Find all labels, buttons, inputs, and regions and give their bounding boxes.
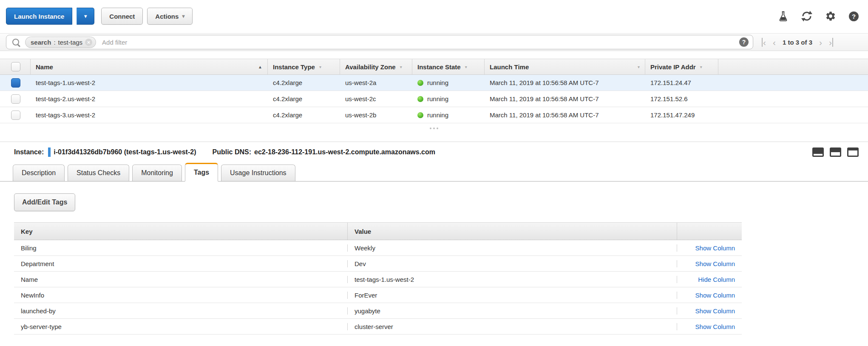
tags-table: Key Value Biling Weekly Show Column Depa… [14,222,742,335]
tag-value: test-tags-1.us-west-2 [348,276,677,283]
select-all-checkbox[interactable] [11,62,20,71]
cell-availability-zone: us-west-2c [340,95,412,102]
sort-asc-icon: ▲ [258,65,262,69]
cell-availability-zone: us-west-2a [340,79,412,86]
tag-key: launched-by [14,307,348,315]
table-row[interactable]: test-tags-1.us-west-2 c4.2xlarge us-west… [0,75,868,91]
launch-instance-split-button: Launch Instance ▾ [6,8,94,25]
cell-launch-time: March 11, 2019 at 10:56:58 AM UTC-7 [485,111,645,119]
refresh-icon[interactable] [801,11,812,22]
tag-row: Biling Weekly Show Column [14,240,742,256]
tags-tab-content: Add/Edit Tags Key Value Biling Weekly Sh… [0,182,868,335]
table-row[interactable]: test-tags-2.us-west-2 c4.2xlarge us-west… [0,91,868,107]
pagination-label: 1 to 3 of 3 [783,39,812,46]
status-label: running [427,111,448,119]
tag-row: NewInfo ForEver Show Column [14,287,742,303]
cell-availability-zone: us-west-2b [340,111,412,119]
show-column-link[interactable]: Show Column [695,323,735,330]
tag-row: Department Dev Show Column [14,256,742,272]
pagination-prev-button[interactable]: ‹ [773,38,776,47]
show-column-link[interactable]: Show Column [695,292,735,299]
instances-table: Name ▲ Instance Type ▾ Availability Zone… [0,59,868,123]
public-dns-group: Public DNS: ec2-18-236-112-191.us-west-2… [212,148,435,156]
tag-key: Biling [14,244,348,252]
detail-tabs: Description Status Checks Monitoring Tag… [0,163,868,182]
tab-monitoring[interactable]: Monitoring [132,164,182,181]
cell-instance-state: running [412,79,485,86]
tags-table-header: Key Value [14,222,742,240]
cell-instance-type: c4.2xlarge [268,79,340,86]
hide-column-link[interactable]: Hide Column [698,276,735,283]
search-input[interactable]: search : test-tags × Add filter ? [6,35,753,49]
pane-layout-medium-icon[interactable] [830,147,841,157]
splitter-drag-handle[interactable] [430,128,438,129]
cell-instance-state: running [412,95,485,102]
filter-caret-icon: ▾ [638,65,640,69]
cell-launch-time: March 11, 2019 at 10:56:58 AM UTC-7 [485,95,645,102]
tags-column-value: Value [348,223,677,240]
pane-layout-small-icon[interactable] [812,147,824,157]
settings-gear-icon[interactable] [825,11,836,22]
show-column-link[interactable]: Show Column [695,260,735,267]
tag-value: cluster-server [348,323,677,330]
filter-tag[interactable]: search : test-tags × [25,37,96,48]
filter-caret-icon: ▾ [700,65,702,69]
instance-id: i-01f3d41326db7b960 (test-tags-1.us-west… [54,148,196,156]
column-header-instance-type[interactable]: Instance Type ▾ [268,59,340,74]
column-header-launch-time[interactable]: Launch Time ▾ [485,59,645,74]
column-header-private-ip[interactable]: Private IP Addr ▾ [645,59,718,74]
filter-tag-field: search [31,39,51,46]
tab-tags[interactable]: Tags [185,163,218,182]
search-icon [12,39,19,45]
row-checkbox[interactable] [11,111,20,120]
column-header-instance-state[interactable]: Instance State ▾ [412,59,485,74]
add-filter-placeholder[interactable]: Add filter [102,39,127,46]
tag-value: Dev [348,260,677,267]
instance-label: Instance: [14,148,44,156]
tab-usage-instructions[interactable]: Usage Instructions [221,164,295,181]
tab-description[interactable]: Description [13,164,65,181]
caret-down-icon: ▾ [182,13,184,19]
connect-button[interactable]: Connect [101,8,143,25]
instance-detail-header: Instance: i-01f3d41326db7b960 (test-tags… [0,142,868,159]
column-header-name[interactable]: Name ▲ [31,59,268,74]
cell-launch-time: March 11, 2019 at 10:56:58 AM UTC-7 [485,79,645,86]
tag-key: yb-server-type [14,323,348,330]
cell-instance-type: c4.2xlarge [268,95,340,102]
cell-name: test-tags-1.us-west-2 [31,79,268,86]
filter-tag-close-icon[interactable]: × [85,39,92,46]
row-checkbox-cell [0,94,31,104]
filter-caret-icon: ▾ [319,65,321,69]
actions-button[interactable]: Actions ▾ [147,8,193,25]
labs-flask-icon[interactable] [777,11,789,22]
pane-layout-large-icon[interactable] [847,147,859,157]
help-icon[interactable]: ? [849,11,859,21]
table-row[interactable]: test-tags-3.us-west-2 c4.2xlarge us-west… [0,107,868,123]
text-cursor-bar [48,147,51,157]
filter-tag-value: test-tags [58,39,83,46]
column-header-availability-zone[interactable]: Availability Zone ▾ [340,59,412,74]
public-dns-value: ec2-18-236-112-191.us-west-2.compute.ama… [254,148,435,156]
add-edit-tags-button[interactable]: Add/Edit Tags [14,193,75,211]
pagination-next-button[interactable]: › [819,38,822,47]
tag-value: ForEver [348,292,677,299]
launch-instance-caret-button[interactable]: ▾ [77,8,94,25]
panel-splitter [0,123,868,142]
pagination-first-button[interactable]: ‹ [762,38,766,47]
pagination-last-button[interactable]: › [829,38,833,47]
top-toolbar: Launch Instance ▾ Connect Actions ▾ [0,0,868,33]
show-column-link[interactable]: Show Column [695,244,735,252]
show-column-link[interactable]: Show Column [695,307,735,315]
row-checkbox[interactable] [11,78,20,88]
caret-down-icon: ▾ [84,13,87,19]
tab-status-checks[interactable]: Status Checks [68,164,129,181]
tags-column-key: Key [14,223,348,240]
cell-name: test-tags-2.us-west-2 [31,95,268,102]
launch-instance-button[interactable]: Launch Instance [6,8,72,25]
row-checkbox[interactable] [11,94,20,104]
column-header-availability-zone-label: Availability Zone [345,63,396,71]
row-checkbox-cell [0,111,31,120]
filter-help-icon[interactable]: ? [739,37,749,47]
filter-bar: search : test-tags × Add filter ? ‹ ‹ 1 … [0,33,868,51]
status-running-icon [417,96,423,102]
